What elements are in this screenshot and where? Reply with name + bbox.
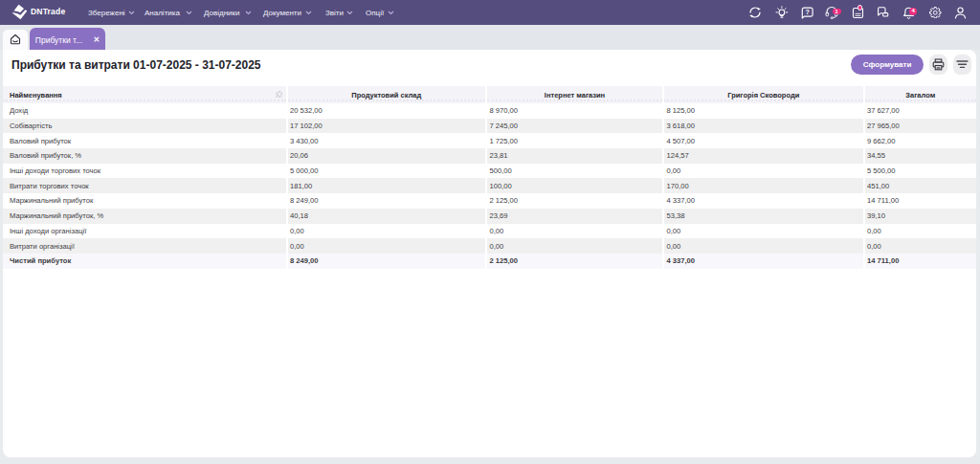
svg-text:?: ? bbox=[805, 8, 809, 16]
